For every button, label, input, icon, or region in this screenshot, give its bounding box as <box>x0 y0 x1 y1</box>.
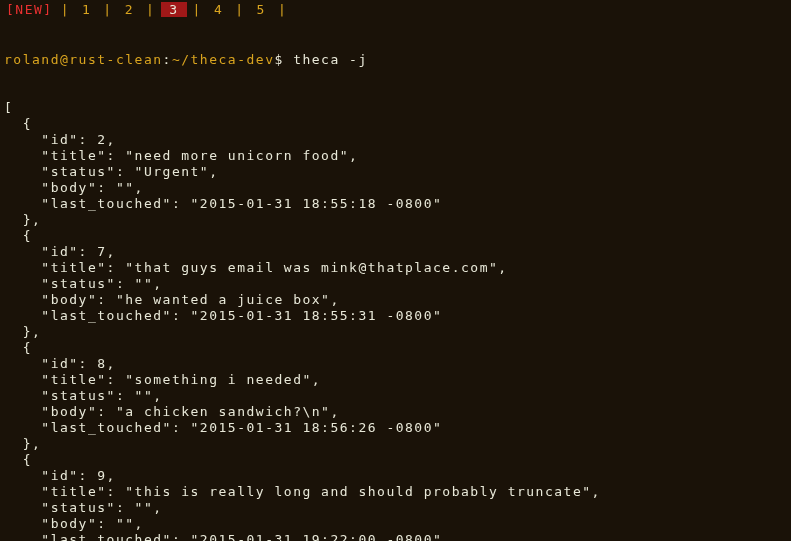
output-line: "id": 7, <box>4 244 787 260</box>
tab-separator: | <box>97 2 118 17</box>
output-line: "last_touched": "2015-01-31 19:22:00 -08… <box>4 532 787 541</box>
output-line: { <box>4 452 787 468</box>
output-line: "id": 2, <box>4 132 787 148</box>
prompt-symbol: $ <box>274 52 283 67</box>
tab-3[interactable]: 3 <box>161 2 186 17</box>
terminal-output[interactable]: roland@rust-clean:~/theca-dev$ theca -j … <box>0 20 791 541</box>
tab-separator: | <box>272 2 293 17</box>
tab-separator: | <box>229 2 250 17</box>
output-line: "title": "need more unicorn food", <box>4 148 787 164</box>
tab-1[interactable]: 1 <box>76 2 97 17</box>
output-line: "last_touched": "2015-01-31 18:55:31 -08… <box>4 308 787 324</box>
output-line: "last_touched": "2015-01-31 18:56:26 -08… <box>4 420 787 436</box>
output-line: "id": 9, <box>4 468 787 484</box>
output-line: "body": "", <box>4 180 787 196</box>
tab-5[interactable]: 5 <box>251 2 272 17</box>
output-line: }, <box>4 212 787 228</box>
output-line: "last_touched": "2015-01-31 18:55:18 -08… <box>4 196 787 212</box>
tab-2[interactable]: 2 <box>119 2 140 17</box>
prompt-user-host: roland@rust-clean <box>4 52 163 67</box>
tab-new-indicator: [NEW] <box>4 2 55 18</box>
tab-separator: | <box>187 2 208 17</box>
entered-command: theca -j <box>293 52 368 67</box>
prompt-path: ~/theca-dev <box>172 52 275 67</box>
output-line: "title": "that guys email was mink@thatp… <box>4 260 787 276</box>
tab-separator: | <box>55 2 76 17</box>
prompt-line-1: roland@rust-clean:~/theca-dev$ theca -j <box>4 52 787 68</box>
json-output-block: [ { "id": 2, "title": "need more unicorn… <box>4 100 787 541</box>
prompt-separator: : <box>163 52 172 67</box>
tab-separator: | <box>140 2 161 17</box>
output-line: }, <box>4 436 787 452</box>
output-line: "status": "Urgent", <box>4 164 787 180</box>
output-line: "title": "something i needed", <box>4 372 787 388</box>
tmux-tabbar: [NEW] |1|2|3|4|5| <box>0 0 791 20</box>
output-line: "status": "", <box>4 388 787 404</box>
output-line: "status": "", <box>4 276 787 292</box>
tab-4[interactable]: 4 <box>208 2 229 17</box>
output-line: "body": "", <box>4 516 787 532</box>
output-line: "body": "a chicken sandwich?\n", <box>4 404 787 420</box>
output-line: "status": "", <box>4 500 787 516</box>
output-line: "id": 8, <box>4 356 787 372</box>
output-line: "title": "this is really long and should… <box>4 484 787 500</box>
output-line: }, <box>4 324 787 340</box>
output-line: { <box>4 340 787 356</box>
output-line: { <box>4 116 787 132</box>
output-line: "body": "he wanted a juice box", <box>4 292 787 308</box>
output-line: { <box>4 228 787 244</box>
output-line: [ <box>4 100 787 116</box>
